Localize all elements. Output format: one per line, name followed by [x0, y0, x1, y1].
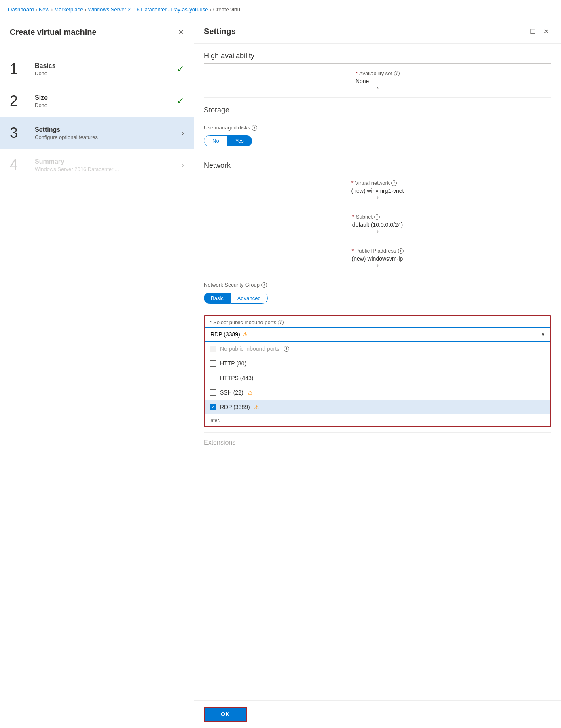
public-ip-info-icon: i [398, 248, 404, 254]
option-rdp[interactable]: ✓ RDP (3389) ⚠ [205, 400, 550, 414]
option-https-checkbox [210, 375, 216, 381]
public-ip-chevron-icon: › [377, 262, 379, 268]
ssh-warning-icon: ⚠ [248, 389, 253, 396]
no-public-info-icon: i [284, 346, 289, 352]
nsg-label: Network Security Group i [204, 282, 551, 288]
step-2[interactable]: 2 Size Done ✓ [0, 85, 194, 117]
managed-disks-no-button[interactable]: No [204, 136, 227, 146]
breadcrumb-dashboard[interactable]: Dashboard [8, 6, 34, 13]
virtual-network-field[interactable]: * Virtual network i (new) winvmrg1-vnet … [204, 173, 551, 207]
nsg-field: Network Security Group i Basic Advanced [204, 275, 551, 310]
storage-section-title: Storage [204, 98, 551, 118]
maximize-button[interactable]: ☐ [527, 26, 538, 37]
availability-set-label: * Availability set i [356, 70, 400, 76]
step-2-content: Size Done [35, 94, 174, 108]
virtual-network-chevron-icon: › [377, 194, 379, 200]
select-ports-info-icon: i [278, 320, 284, 325]
step-3-arrow-icon: › [182, 129, 184, 137]
managed-disks-toggle: No Yes [204, 135, 252, 146]
step-4-content: Summary Windows Server 2016 Datacenter .… [35, 158, 179, 172]
managed-disks-yes-button[interactable]: Yes [227, 136, 252, 146]
subnet-value: default (10.0.0.0/24) [352, 222, 403, 228]
step-2-number: 2 [10, 93, 30, 110]
right-panel: Settings ☐ ✕ High availability * Availab… [194, 19, 561, 728]
left-panel: Create virtual machine ✕ 1 Basics Done ✓… [0, 19, 194, 728]
breadcrumb-marketplace[interactable]: Marketplace [54, 6, 83, 13]
step-3-content: Settings Configure optional features [35, 126, 179, 140]
extensions-label: Extensions [204, 439, 235, 446]
header-actions: ☐ ✕ [527, 26, 551, 37]
managed-disks-field: Use managed disks i No Yes [204, 118, 551, 153]
option-http[interactable]: HTTP (80) [205, 356, 550, 371]
later-text: later. [205, 414, 550, 426]
rdp-warning-icon: ⚠ [243, 331, 248, 338]
step-4-arrow-icon: › [182, 161, 184, 169]
virtual-network-label: * Virtual network i [351, 180, 404, 186]
network-section-title: Network [204, 153, 551, 173]
step-1-name: Basics [35, 62, 174, 70]
breadcrumb: Dashboard › New › Marketplace › Windows … [0, 0, 561, 19]
breadcrumb-current: Create virtu... [213, 6, 245, 13]
step-1-desc: Done [35, 70, 174, 76]
step-1[interactable]: 1 Basics Done ✓ [0, 53, 194, 85]
step-1-number: 1 [10, 61, 30, 78]
select-ports-label: * Select public inbound ports i [210, 319, 546, 325]
managed-disks-label: Use managed disks i [204, 124, 551, 131]
steps-container: 1 Basics Done ✓ 2 Size Done ✓ 3 [0, 45, 194, 728]
availability-set-info-icon: i [394, 71, 400, 76]
managed-disks-info-icon: i [252, 125, 257, 131]
panel-header: Create virtual machine ✕ [0, 19, 194, 45]
breadcrumb-product[interactable]: Windows Server 2016 Datacenter - Pay-as-… [88, 6, 208, 13]
option-rdp-checkbox: ✓ [210, 404, 216, 410]
availability-set-field[interactable]: * Availability set i None › [204, 64, 551, 98]
subnet-label: * Subnet i [352, 214, 403, 220]
option-no-public[interactable]: No public inbound ports i [205, 342, 550, 356]
public-ip-field[interactable]: * Public IP address i (new) windowsvm-ip… [204, 241, 551, 275]
public-ip-value: (new) windowsvm-ip [352, 255, 404, 262]
settings-header: Settings ☐ ✕ [194, 19, 561, 44]
step-3-name: Settings [35, 126, 179, 133]
close-settings-button[interactable]: ✕ [541, 26, 551, 37]
settings-title: Settings [204, 27, 236, 36]
subnet-field[interactable]: * Subnet i default (10.0.0.0/24) › [204, 207, 551, 241]
ok-button[interactable]: OK [204, 707, 247, 722]
step-2-check-icon: ✓ [177, 96, 184, 106]
nsg-info-icon: i [261, 282, 267, 288]
subnet-chevron-icon: › [377, 228, 379, 234]
public-ip-label: * Public IP address i [352, 248, 404, 254]
rdp-option-warning-icon: ⚠ [254, 404, 259, 410]
option-ssh[interactable]: SSH (22) ⚠ [205, 385, 550, 400]
virtual-network-value: (new) winvmrg1-vnet [351, 188, 404, 194]
dropdown-chevron-up-icon: ∧ [541, 331, 545, 337]
availability-set-chevron-icon: › [377, 84, 379, 91]
step-3[interactable]: 3 Settings Configure optional features › [0, 117, 194, 149]
nsg-toggle: Basic Advanced [204, 293, 551, 304]
step-1-check-icon: ✓ [177, 64, 184, 74]
nsg-advanced-button[interactable]: Advanced [231, 293, 268, 304]
panel-title: Create virtual machine [10, 27, 97, 37]
option-https[interactable]: HTTPS (443) [205, 371, 550, 385]
step-2-name: Size [35, 94, 174, 101]
availability-set-value: None [356, 78, 400, 84]
option-ssh-checkbox [210, 389, 216, 396]
high-availability-section-title: High availability [204, 44, 551, 64]
step-1-content: Basics Done [35, 62, 174, 76]
subnet-info-icon: i [374, 214, 380, 220]
step-4: 4 Summary Windows Server 2016 Datacenter… [0, 149, 194, 181]
inbound-ports-dropdown-trigger[interactable]: RDP (3389) ⚠ ∧ [205, 327, 550, 342]
virtual-network-info-icon: i [391, 180, 397, 186]
inbound-ports-options: No public inbound ports i HTTP (80) HTTP… [205, 342, 550, 426]
extensions-section[interactable]: Extensions [204, 432, 551, 453]
step-3-desc: Configure optional features [35, 134, 179, 140]
close-button[interactable]: ✕ [178, 29, 184, 36]
inbound-ports-selected: RDP (3389) ⚠ [210, 331, 248, 338]
step-2-desc: Done [35, 102, 174, 108]
right-panel-footer: OK [194, 700, 561, 728]
breadcrumb-new[interactable]: New [39, 6, 49, 13]
inbound-ports-section: * Select public inbound ports i RDP (338… [204, 315, 551, 427]
step-4-name: Summary [35, 158, 179, 165]
step-4-desc: Windows Server 2016 Datacenter ... [35, 166, 179, 172]
nsg-basic-button[interactable]: Basic [204, 293, 231, 304]
settings-body: High availability * Availability set i N… [194, 44, 561, 700]
step-3-number: 3 [10, 124, 30, 141]
